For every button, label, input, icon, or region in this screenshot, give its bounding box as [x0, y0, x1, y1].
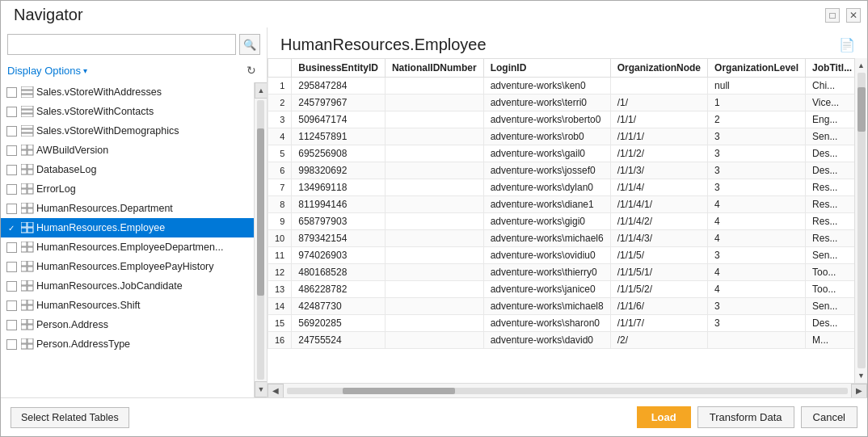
right-panel: HumanResources.Employee 📄 BusinessEntity…: [268, 27, 867, 397]
nav-item-label: Sales.vStoreWithContacts: [36, 106, 260, 117]
scroll-left-button[interactable]: ◀: [268, 384, 284, 398]
display-options-button[interactable]: Display Options ▾: [7, 65, 87, 77]
checkbox[interactable]: [6, 204, 17, 214]
checkbox-area: [4, 279, 19, 293]
right-scroll-up-button[interactable]: ▲: [855, 58, 868, 73]
cell-6-4: /1/1/4/: [610, 179, 707, 196]
cell-14-5: 3: [708, 315, 806, 332]
nav-item-awbuildversion[interactable]: AWBuildVersion: [1, 141, 267, 160]
checkbox-area: [4, 317, 19, 332]
col-header-2: LoginID: [483, 59, 610, 78]
checkbox[interactable]: [6, 300, 17, 311]
scroll-up-button[interactable]: ▲: [255, 82, 267, 99]
nav-item-hrshift[interactable]: HumanResources.Shift: [1, 296, 267, 315]
cell-2-4: /1/1/: [610, 111, 707, 128]
table-row: 5695256908adventure-works\gail0/1/1/2/3D…: [268, 145, 855, 162]
nav-item-personaddress[interactable]: Person.Address: [1, 315, 267, 334]
checkbox-area: [4, 298, 19, 313]
nav-item-hrjobcandidate[interactable]: HumanResources.JobCandidate: [1, 276, 267, 296]
vertical-scrollbar[interactable]: ▲ ▼: [254, 82, 267, 397]
cell-10-4: /1/1/5/: [610, 247, 707, 264]
nav-item-personaddresstype[interactable]: Person.AddressType: [1, 334, 267, 354]
checkbox[interactable]: [6, 107, 17, 117]
cell-1-3: adventure-works\terri0: [483, 95, 610, 111]
checkbox-area: [4, 162, 19, 177]
svg-rect-43: [21, 305, 27, 310]
right-scroll-down-button[interactable]: ▼: [855, 368, 868, 383]
scroll-down-button[interactable]: ▼: [255, 381, 267, 397]
nav-list-container[interactable]: Sales.vStoreWithAddressesSales.vStoreWit…: [1, 82, 267, 397]
right-vertical-scrollbar[interactable]: ▲ ▼: [854, 58, 867, 383]
search-button[interactable]: 🔍: [239, 34, 260, 55]
cell-13-1: 42487730: [292, 298, 386, 315]
view-icon: [19, 106, 36, 117]
table-scroll-inner[interactable]: BusinessEntityIDNationalIDNumberLoginIDO…: [268, 58, 854, 383]
close-button[interactable]: ✕: [846, 8, 861, 23]
nav-item-hremployee[interactable]: ✓HumanResources.Employee: [1, 218, 267, 237]
checkbox[interactable]: [6, 242, 17, 253]
nav-item-hremployeedepartment[interactable]: HumanResources.EmployeeDepartmen...: [1, 237, 267, 257]
nav-item-label: DatabaseLog: [36, 164, 260, 175]
load-button[interactable]: Load: [637, 406, 691, 428]
scroll-right-button[interactable]: ▶: [851, 384, 867, 398]
cell-1-2: [385, 95, 483, 111]
checkbox-area: [4, 201, 19, 216]
nav-item-salesstorewithcontacts[interactable]: Sales.vStoreWithContacts: [1, 102, 267, 121]
col-header-rownum: [268, 59, 292, 78]
minimize-button[interactable]: □: [825, 8, 840, 23]
navigator-window: Navigator □ ✕ 🔍 Display Options ▾ ↻: [0, 0, 868, 437]
cell-3-3: adventure-works\rob0: [483, 128, 610, 145]
cell-10-1: 974026903: [292, 247, 386, 264]
preview-doc-button[interactable]: 📄: [836, 34, 857, 55]
cell-14-4: /1/1/7/: [610, 315, 707, 332]
svg-rect-37: [21, 280, 27, 285]
checkbox-area: ✓: [4, 221, 19, 235]
svg-rect-22: [27, 203, 33, 208]
svg-rect-15: [21, 170, 27, 174]
nav-item-hremployeepayhistory[interactable]: HumanResources.EmployeePayHistory: [1, 257, 267, 276]
cell-8-5: 4: [708, 213, 806, 230]
checkbox[interactable]: [6, 339, 17, 350]
svg-rect-46: [27, 319, 33, 324]
horizontal-scroll-bar[interactable]: ◀ ▶: [268, 383, 867, 397]
row-number: 3: [268, 111, 292, 128]
table-row: 10879342154adventure-works\michael6/1/1/…: [268, 230, 855, 247]
svg-rect-45: [21, 319, 27, 324]
cell-1-1: 245797967: [292, 95, 386, 111]
checkbox[interactable]: [6, 165, 17, 175]
cell-6-1: 134969118: [292, 179, 386, 196]
nav-item-salesstorewithdemographics[interactable]: Sales.vStoreWithDemographics: [1, 121, 267, 141]
cell-4-4: /1/1/2/: [610, 145, 707, 162]
search-input[interactable]: [7, 34, 236, 55]
checkbox[interactable]: [6, 320, 17, 330]
nav-item-databaselog[interactable]: DatabaseLog: [1, 160, 267, 179]
svg-rect-10: [27, 145, 33, 149]
checkbox[interactable]: [6, 262, 17, 272]
cell-9-6: Res...: [806, 230, 854, 247]
row-number: 2: [268, 95, 292, 111]
h-scroll-thumb: [343, 388, 455, 394]
transform-data-button[interactable]: Transform Data: [697, 406, 794, 428]
svg-rect-14: [27, 164, 33, 169]
cell-10-5: 3: [708, 247, 806, 264]
checkbox[interactable]: [6, 184, 17, 195]
checkbox[interactable]: [6, 145, 17, 156]
refresh-button[interactable]: ↻: [242, 61, 260, 79]
checkbox[interactable]: [6, 126, 17, 137]
select-related-button[interactable]: Select Related Tables: [11, 407, 129, 428]
cancel-button[interactable]: Cancel: [801, 406, 857, 428]
nav-item-hrdepartment[interactable]: HumanResources.Department: [1, 199, 267, 218]
nav-item-errorlog[interactable]: ErrorLog: [1, 179, 267, 199]
row-number: 11: [268, 247, 292, 264]
cell-11-4: /1/1/5/1/: [610, 264, 707, 281]
svg-rect-51: [21, 344, 27, 349]
checkbox[interactable]: [6, 281, 17, 292]
checkbox[interactable]: ✓: [6, 223, 17, 233]
checkbox[interactable]: [6, 87, 17, 98]
cell-6-3: adventure-works\dylan0: [483, 179, 610, 196]
footer-right: Load Transform Data Cancel: [637, 406, 857, 428]
table-row: 13486228782adventure-works\janice0/1/1/5…: [268, 281, 855, 298]
nav-item-salesstorewithaddresses[interactable]: Sales.vStoreWithAddresses: [1, 82, 267, 102]
nav-item-label: AWBuildVersion: [36, 145, 260, 156]
cell-6-5: 3: [708, 179, 806, 196]
